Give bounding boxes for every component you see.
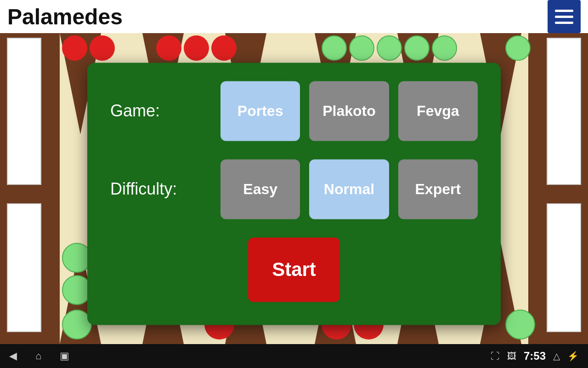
right-bottom-rect xyxy=(547,203,581,332)
game-label: Game: xyxy=(110,101,211,121)
image-icon: 🖼 xyxy=(507,351,516,362)
app-title: Palamedes xyxy=(7,4,123,29)
home-icon[interactable]: ⌂ xyxy=(35,350,41,362)
piece-green-1 xyxy=(322,35,347,61)
game-portes-button[interactable]: Portes xyxy=(220,81,300,141)
piece-green-6 xyxy=(505,35,531,61)
start-button[interactable]: Start xyxy=(248,237,340,302)
clock-display: 7:53 xyxy=(524,350,546,362)
menu-line-1 xyxy=(555,10,573,12)
game-settings-dialog: Game: Portes Plakoto Fevga Difficulty: E… xyxy=(87,63,501,325)
piece-green-5 xyxy=(432,35,457,61)
board-area: Game: Portes Plakoto Fevga Difficulty: E… xyxy=(0,33,588,344)
difficulty-easy-button[interactable]: Easy xyxy=(220,159,300,219)
game-plakoto-button[interactable]: Plakoto xyxy=(309,81,389,141)
left-top-rect xyxy=(7,38,41,185)
menu-line-3 xyxy=(555,22,573,24)
piece-red-4 xyxy=(184,35,209,61)
difficulty-options-group: Easy Normal Expert xyxy=(220,159,478,219)
difficulty-row: Difficulty: Easy Normal Expert xyxy=(110,159,478,219)
piece-green-3 xyxy=(377,35,402,61)
expand-icon: ⛶ xyxy=(491,351,500,362)
left-bottom-rect xyxy=(7,203,41,332)
menu-line-2 xyxy=(555,16,573,18)
game-row: Game: Portes Plakoto Fevga xyxy=(110,81,478,141)
start-row: Start xyxy=(110,237,478,302)
piece-green-br1 xyxy=(505,310,535,339)
piece-green-2 xyxy=(349,35,374,61)
difficulty-normal-button[interactable]: Normal xyxy=(309,159,389,219)
piece-red-5 xyxy=(211,35,237,61)
piece-red-1 xyxy=(62,35,87,61)
difficulty-expert-button[interactable]: Expert xyxy=(398,159,478,219)
game-options-group: Portes Plakoto Fevga xyxy=(220,81,478,141)
right-top-rect xyxy=(547,38,581,185)
bottom-bar: ◀ ⌂ ▣ ⛶ 🖼 7:53 △ ⚡ xyxy=(0,344,588,368)
piece-red-3 xyxy=(156,35,181,61)
piece-green-4 xyxy=(404,35,430,61)
nav-icons: ◀ ⌂ ▣ xyxy=(9,350,69,362)
back-icon[interactable]: ◀ xyxy=(9,350,17,362)
menu-button[interactable] xyxy=(548,0,581,33)
battery-icon: ⚡ xyxy=(567,351,579,362)
difficulty-label: Difficulty: xyxy=(110,179,211,199)
status-icons: ⛶ 🖼 7:53 △ ⚡ xyxy=(491,350,579,362)
recent-apps-icon[interactable]: ▣ xyxy=(60,350,69,362)
game-fevga-button[interactable]: Fevga xyxy=(398,81,478,141)
top-bar: Palamedes xyxy=(0,0,588,33)
wifi-icon: △ xyxy=(553,351,560,362)
piece-red-2 xyxy=(90,35,115,61)
